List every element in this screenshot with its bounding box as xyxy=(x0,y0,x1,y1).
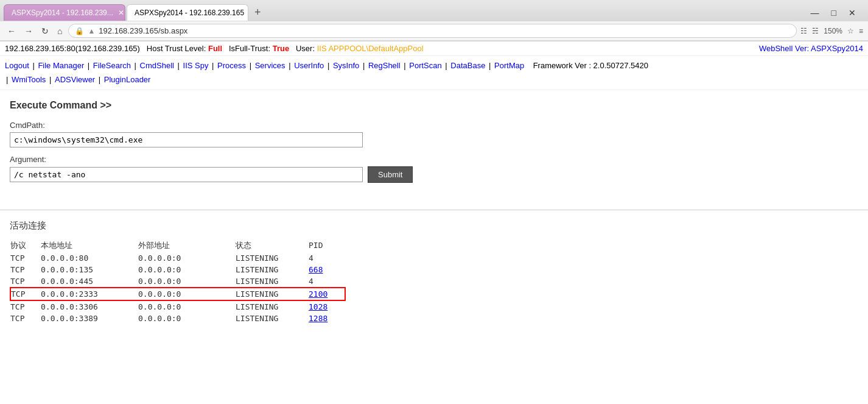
webshell-ver[interactable]: WebShell Ver: ASPXSpy2014 xyxy=(759,44,863,53)
cell-remote: 0.0.0.0:0 xyxy=(138,300,236,313)
forward-button[interactable]: → xyxy=(22,25,35,37)
qr-icon[interactable]: ☷ xyxy=(800,27,807,35)
nav-portscan[interactable]: PortScan xyxy=(409,61,441,70)
user-label: User: xyxy=(296,44,315,53)
pid-link[interactable]: 1288 xyxy=(309,314,327,323)
pid-link[interactable]: 2100 xyxy=(309,289,327,299)
col-header-state: 状态 xyxy=(236,239,309,252)
address-bar: ← → ↻ ⌂ 🔒 ▲ 192.168.239.165/sb.aspx ☷ ☵ … xyxy=(0,21,868,41)
browser-chrome: ASPXSpy2014 - 192.168.239... ✕ ASPXSpy20… xyxy=(0,0,868,41)
tab-2-label: ASPXSpy2014 - 192.168.239.165 xyxy=(135,9,244,17)
table-row: TCP0.0.0.0:23330.0.0.0:0LISTENING2100 xyxy=(10,288,345,300)
nav-filesearch[interactable]: FileSearch xyxy=(93,61,131,70)
cell-state: LISTENING xyxy=(236,313,309,324)
nav-logout[interactable]: Logout xyxy=(5,61,29,70)
table-row: TCP0.0.0.0:33060.0.0.0:0LISTENING1028 xyxy=(10,300,345,313)
window-controls: — □ ✕ xyxy=(807,7,864,19)
nav-process[interactable]: Process xyxy=(217,61,246,70)
output-section: 活动连接 协议 本地地址 外部地址 状态 PID TCP0.0.0.0:800.… xyxy=(0,220,868,334)
lock-icon: 🔒 xyxy=(75,27,84,35)
maximize-button[interactable]: □ xyxy=(828,7,840,19)
framework-ver: Framework Ver : 2.0.50727.5420 xyxy=(533,61,648,70)
address-right-controls: ☷ ☵ 150% ☆ ≡ xyxy=(800,27,863,35)
menu-icon[interactable]: ≡ xyxy=(859,27,863,35)
submit-button[interactable]: Submit xyxy=(368,166,413,183)
cell-local: 0.0.0.0:3389 xyxy=(41,313,138,324)
table-row: TCP0.0.0.0:800.0.0.0:0LISTENING4 xyxy=(10,252,345,264)
back-button[interactable]: ← xyxy=(5,25,18,37)
page-header: 192.168.239.165:80(192.168.239.165) Host… xyxy=(0,41,868,56)
argument-input[interactable] xyxy=(10,167,363,182)
reader-icon[interactable]: ☵ xyxy=(812,27,819,35)
argument-label: Argument: xyxy=(10,155,858,164)
trust-value: Full xyxy=(208,44,222,53)
nav-database[interactable]: DataBase xyxy=(450,61,485,70)
host-info-text: 192.168.239.165:80(192.168.239.165) xyxy=(5,44,140,53)
table-row: TCP0.0.0.0:33890.0.0.0:0LISTENING1288 xyxy=(10,313,345,324)
minimize-button[interactable]: — xyxy=(807,7,823,19)
tab-1[interactable]: ASPXSpy2014 - 192.168.239... ✕ xyxy=(4,4,125,21)
nav-adsviewer[interactable]: ADSViewer xyxy=(55,75,95,84)
cell-local: 0.0.0.0:445 xyxy=(41,275,138,288)
user-value: IIS APPPOOL\DefaultAppPool xyxy=(317,44,424,53)
cell-state: LISTENING xyxy=(236,252,309,264)
reload-button[interactable]: ↻ xyxy=(39,25,51,37)
cell-pid[interactable]: 4 xyxy=(309,275,345,288)
tab-2[interactable]: ASPXSpy2014 - 192.168.239.165 ✕ xyxy=(127,4,248,21)
cell-pid[interactable]: 1288 xyxy=(309,313,345,324)
cell-pid[interactable]: 2100 xyxy=(309,288,345,300)
section-divider xyxy=(0,210,868,210)
isfull-value: True xyxy=(273,44,289,53)
nav-portmap[interactable]: PortMap xyxy=(494,61,524,70)
cell-state: LISTENING xyxy=(236,288,309,300)
cell-protocol: TCP xyxy=(10,300,41,313)
shield-icon: ▲ xyxy=(88,27,95,35)
argument-group: Argument: Submit xyxy=(10,155,858,183)
cell-pid[interactable]: 4 xyxy=(309,252,345,264)
nav-pluginloader[interactable]: PluginLoader xyxy=(104,75,151,84)
close-button[interactable]: ✕ xyxy=(845,7,859,19)
cmdpath-input[interactable] xyxy=(10,132,363,147)
nav-sysinfo[interactable]: SysInfo xyxy=(333,61,359,70)
url-box[interactable]: 🔒 ▲ 192.168.239.165/sb.aspx xyxy=(68,24,797,38)
cell-protocol: TCP xyxy=(10,275,41,288)
cell-protocol: TCP xyxy=(10,313,41,324)
col-header-local: 本地地址 xyxy=(41,239,138,252)
tab-1-label: ASPXSpy2014 - 192.168.239... xyxy=(12,9,113,17)
header-host-info: 192.168.239.165:80(192.168.239.165) Host… xyxy=(5,44,424,53)
table-row: TCP0.0.0.0:1350.0.0.0:0LISTENING668 xyxy=(10,264,345,275)
col-header-remote: 外部地址 xyxy=(138,239,236,252)
cell-protocol: TCP xyxy=(10,264,41,275)
trust-label: Host Trust Level: xyxy=(147,44,206,53)
new-tab-button[interactable]: + xyxy=(250,4,266,21)
cell-state: LISTENING xyxy=(236,300,309,313)
cell-pid[interactable]: 1028 xyxy=(309,300,345,313)
nav-services[interactable]: Services xyxy=(255,61,285,70)
cmdpath-group: CmdPath: xyxy=(10,121,858,147)
cell-local: 0.0.0.0:80 xyxy=(41,252,138,264)
url-text: 192.168.239.165/sb.aspx xyxy=(99,26,790,35)
tab-2-close[interactable]: ✕ xyxy=(248,9,248,17)
nav-wmitools[interactable]: WmiTools xyxy=(12,75,46,84)
bookmark-icon[interactable]: ☆ xyxy=(847,27,854,35)
cell-state: LISTENING xyxy=(236,264,309,275)
pid-link[interactable]: 1028 xyxy=(309,302,327,311)
netstat-table: 协议 本地地址 外部地址 状态 PID TCP0.0.0.0:800.0.0.0… xyxy=(10,239,346,324)
tab-bar: ASPXSpy2014 - 192.168.239... ✕ ASPXSpy20… xyxy=(0,0,868,21)
cell-local: 0.0.0.0:2333 xyxy=(41,288,138,300)
tab-1-close[interactable]: ✕ xyxy=(117,9,125,17)
cell-remote: 0.0.0.0:0 xyxy=(138,252,236,264)
cell-pid[interactable]: 668 xyxy=(309,264,345,275)
home-button[interactable]: ⌂ xyxy=(55,25,65,37)
nav-file-manager[interactable]: File Manager xyxy=(38,61,84,70)
zoom-level: 150% xyxy=(824,27,842,35)
cell-local: 0.0.0.0:3306 xyxy=(41,300,138,313)
col-header-pid: PID xyxy=(309,239,345,252)
cell-local: 0.0.0.0:135 xyxy=(41,264,138,275)
pid-link[interactable]: 668 xyxy=(309,265,323,274)
nav-iis-spy[interactable]: IIS Spy xyxy=(183,61,209,70)
nav-regshell[interactable]: RegShell xyxy=(368,61,401,70)
nav-userinfo[interactable]: UserInfo xyxy=(294,61,324,70)
nav-cmdshell[interactable]: CmdShell xyxy=(140,61,174,70)
cell-protocol: TCP xyxy=(10,252,41,264)
